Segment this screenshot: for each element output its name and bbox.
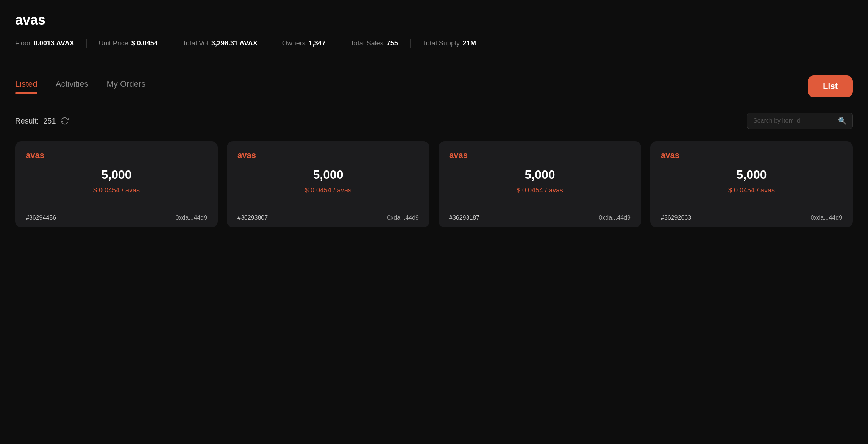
card-address: 0xda...44d9 [810, 214, 842, 221]
card-address: 0xda...44d9 [175, 214, 207, 221]
card-brand: avas [661, 150, 842, 160]
card-body: avas 5,000 $ 0.0454 / avas [650, 141, 853, 208]
card-body: avas 5,000 $ 0.0454 / avas [439, 141, 641, 208]
card-item[interactable]: avas 5,000 $ 0.0454 / avas #36293807 0xd… [227, 141, 429, 227]
card-price: $ 0.0454 / avas [449, 186, 631, 194]
card-amount: 5,000 [661, 168, 842, 182]
stat-floor-label: Floor [15, 39, 31, 47]
card-price: $ 0.0454 / avas [26, 186, 207, 194]
stat-total-sales: Total Sales 755 [338, 39, 410, 47]
card-item[interactable]: avas 5,000 $ 0.0454 / avas #36292663 0xd… [650, 141, 853, 227]
tab-my-orders[interactable]: My Orders [107, 79, 146, 94]
card-price: $ 0.0454 / avas [661, 186, 842, 194]
card-id: #36293807 [237, 214, 268, 221]
card-id: #36294456 [26, 214, 56, 221]
stat-floor-value: 0.0013 AVAX [34, 39, 74, 47]
results-label: Result: [15, 117, 39, 125]
stat-unit-price: Unit Price $ 0.0454 [87, 39, 170, 47]
tabs-container: Listed Activities My Orders [15, 79, 145, 94]
card-body: avas 5,000 $ 0.0454 / avas [227, 141, 429, 208]
card-id: #36293187 [449, 214, 479, 221]
card-item[interactable]: avas 5,000 $ 0.0454 / avas #36294456 0xd… [15, 141, 218, 227]
stats-bar: Floor 0.0013 AVAX Unit Price $ 0.0454 To… [15, 39, 853, 57]
cards-grid: avas 5,000 $ 0.0454 / avas #36294456 0xd… [15, 141, 853, 227]
list-button[interactable]: List [808, 75, 853, 97]
card-address: 0xda...44d9 [599, 214, 631, 221]
card-id: #36292663 [661, 214, 691, 221]
card-footer: #36294456 0xda...44d9 [15, 208, 218, 227]
page-title: avas [15, 12, 853, 28]
card-footer: #36293187 0xda...44d9 [439, 208, 641, 227]
card-brand: avas [237, 150, 419, 160]
card-body: avas 5,000 $ 0.0454 / avas [15, 141, 218, 208]
search-box: 🔍 [747, 113, 853, 129]
stat-floor: Floor 0.0013 AVAX [15, 39, 86, 47]
tabs-row: Listed Activities My Orders List [15, 75, 853, 97]
card-amount: 5,000 [237, 168, 419, 182]
search-icon: 🔍 [838, 117, 846, 125]
card-footer: #36292663 0xda...44d9 [650, 208, 853, 227]
stat-unit-price-value: $ 0.0454 [131, 39, 158, 47]
card-amount: 5,000 [449, 168, 631, 182]
stat-total-supply-value: 21M [463, 39, 476, 47]
stat-total-sales-label: Total Sales [350, 39, 384, 47]
stat-unit-price-label: Unit Price [99, 39, 128, 47]
results-count: 251 [43, 117, 56, 125]
tab-listed[interactable]: Listed [15, 79, 37, 94]
stat-total-sales-value: 755 [387, 39, 398, 47]
card-footer: #36293807 0xda...44d9 [227, 208, 429, 227]
stat-owners-value: 1,347 [309, 39, 326, 47]
card-brand: avas [449, 150, 631, 160]
stat-total-vol-label: Total Vol [183, 39, 208, 47]
card-brand: avas [26, 150, 207, 160]
stat-total-supply: Total Supply 21M [411, 39, 488, 47]
results-row: Result: 251 🔍 [15, 113, 853, 129]
card-address: 0xda...44d9 [387, 214, 419, 221]
results-info: Result: 251 [15, 117, 69, 125]
stat-total-vol-value: 3,298.31 AVAX [211, 39, 258, 47]
card-amount: 5,000 [26, 168, 207, 182]
search-input[interactable] [753, 117, 834, 124]
card-item[interactable]: avas 5,000 $ 0.0454 / avas #36293187 0xd… [439, 141, 641, 227]
stat-total-vol: Total Vol 3,298.31 AVAX [170, 39, 270, 47]
stat-total-supply-label: Total Supply [423, 39, 460, 47]
tab-activities[interactable]: Activities [56, 79, 89, 94]
refresh-icon[interactable] [61, 117, 69, 125]
stat-owners: Owners 1,347 [270, 39, 338, 47]
card-price: $ 0.0454 / avas [237, 186, 419, 194]
stat-owners-label: Owners [282, 39, 306, 47]
